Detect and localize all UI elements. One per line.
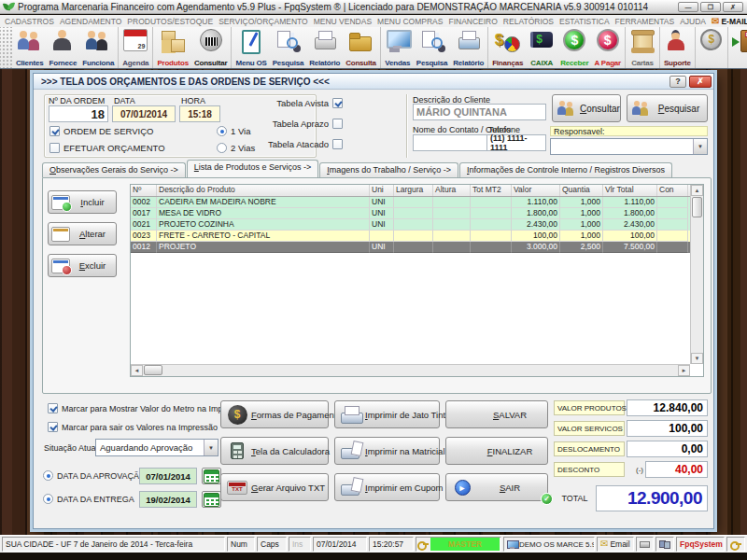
responsible-dropdown[interactable]: ▼ — [550, 138, 708, 155]
toolbar-relatorio[interactable]: Relatório — [306, 27, 343, 68]
toolbar-receber[interactable]: $Receber — [557, 27, 591, 68]
table-row[interactable]: 0023FRETE - CARRETO - CAPITAL100,001,000… — [131, 231, 690, 242]
current-status-dropdown[interactable]: Aguardando Aprovação ▼ — [95, 439, 218, 456]
toolbar-pesquisa[interactable]: Pesquisa — [414, 27, 451, 68]
column-header-largura[interactable]: Largura — [394, 185, 433, 196]
approval-date-radio[interactable] — [43, 470, 53, 481]
tab-informacoes-de-controle-interno-registros-diversos[interactable]: Informações de Controle Interno / Regist… — [459, 162, 672, 177]
column-header-tot-mt2[interactable]: Tot MT2 — [471, 185, 512, 196]
column-header-n[interactable]: Nº — [131, 185, 157, 196]
table-row[interactable]: 0017MESA DE VIDROUNI1.800,001,0001.800,0… — [131, 208, 690, 219]
wholesale-table-row[interactable]: Tabela Atacado — [233, 139, 343, 149]
column-header-uni[interactable]: Uni — [370, 185, 394, 196]
horizontal-scrollbar[interactable]: ◄ ► — [131, 364, 690, 376]
status-network[interactable] — [655, 537, 674, 552]
make-quote-checkbox[interactable] — [49, 143, 60, 153]
menu-produtos-estoque[interactable]: PRODUTOS/ESTOQUE — [127, 17, 213, 26]
status-email[interactable]: ✉ Email — [597, 537, 634, 552]
column-header-vlr-total[interactable]: Vlr Total — [603, 185, 657, 196]
approval-date-row[interactable]: DATA DA APROVAÇÃO — [43, 470, 146, 481]
sair-button[interactable]: ►SAIR — [445, 473, 548, 501]
search-button[interactable]: Pesquisar — [627, 94, 708, 122]
vertical-scrollbar[interactable]: ▲ ▼ — [690, 185, 703, 364]
toolbar-exit-door[interactable]: EXIT — [729, 27, 747, 68]
approval-date-field[interactable]: 07/01/2014 — [139, 468, 197, 484]
toolbar-financas[interactable]: Finanças — [489, 27, 526, 68]
order-time-field[interactable]: 15:18 — [179, 105, 220, 122]
toolbar-suporte[interactable]: Suporte — [661, 27, 694, 68]
horizontal-scroll-thumb[interactable] — [144, 365, 162, 375]
menu-menu-vendas[interactable]: MENU VENDAS — [314, 17, 372, 26]
menu-cadastros[interactable]: CADASTROS — [5, 17, 54, 26]
menu-financeiro[interactable]: FINANCEIRO — [448, 17, 497, 26]
tela-da-calculadora-button[interactable]: Tela da Calculadora — [220, 437, 329, 465]
toolbar-vendas[interactable]: Vendas — [382, 27, 414, 68]
column-header-altura[interactable]: Altura — [433, 185, 471, 196]
delivery-date-radio[interactable] — [43, 494, 53, 504]
toolbar-coin[interactable]: $ — [697, 27, 726, 68]
tab-observacoes-gerais-do-servico[interactable]: Observações Gerais do Serviço -> — [42, 162, 186, 177]
menu-menu-compras[interactable]: MENU COMPRAS — [377, 17, 443, 26]
toolbar-consultar[interactable]: Consultar — [191, 27, 231, 68]
approval-calendar-button[interactable] — [202, 468, 221, 484]
table-row[interactable]: 0012PROJETOUNI3.000,002,5007.500,00 — [131, 242, 690, 253]
client-field[interactable]: MÁRIO QUINTANA — [413, 104, 546, 120]
menu-e-mail[interactable]: ✉E-MAIL — [712, 17, 747, 26]
toolbar-produtos[interactable]: Produtos — [154, 27, 191, 68]
toolbar-a-pagar[interactable]: $A Pagar — [591, 27, 624, 68]
column-header-descricao-do-produto[interactable]: Descrição do Produto — [157, 185, 370, 196]
minimize-icon[interactable]: — — [678, 2, 698, 12]
menu-agendamento[interactable]: AGENDAMENTO — [60, 17, 121, 26]
toolbar-fornece[interactable]: Fornece — [47, 27, 80, 68]
scroll-left-icon[interactable]: ◄ — [131, 365, 143, 376]
order-date-field[interactable]: 07/01/2014 — [112, 105, 176, 122]
close-icon[interactable]: ✗ — [723, 2, 743, 12]
chevron-down-icon[interactable]: ▼ — [693, 139, 707, 154]
delivery-date-row[interactable]: DATA DA ENTREGA — [43, 494, 134, 504]
cash-table-checkbox[interactable] — [332, 98, 343, 108]
service-order-checkbox-row[interactable]: ORDEM DE SERVIÇO — [49, 126, 153, 136]
show-meter-value-row[interactable]: Marcar para Mostrar Valor do Metro na Im… — [48, 403, 247, 413]
formas-de-pagamento-button[interactable]: $Formas de Pagamento — [220, 400, 329, 428]
show-meter-value-checkbox[interactable] — [48, 403, 58, 413]
consult-button[interactable]: Consultar — [552, 94, 621, 122]
vertical-scroll-thumb[interactable] — [692, 197, 702, 217]
scroll-right-icon[interactable]: ► — [678, 365, 690, 376]
salvar-button[interactable]: SALVAR — [445, 400, 548, 428]
column-header-quantia[interactable]: Quantia — [560, 185, 603, 196]
phone-field[interactable]: (11) 1111-1111 — [486, 134, 546, 151]
menu-estatistica[interactable]: ESTATISTICA — [559, 17, 610, 26]
toolbar-cartas[interactable]: Cartas — [627, 27, 658, 68]
wholesale-table-checkbox[interactable] — [332, 139, 343, 149]
delivery-date-field[interactable]: 19/02/2014 — [139, 491, 197, 508]
tab-lista-de-produtos-e-servicos[interactable]: Lista de Produtos e Serviços -> — [187, 160, 318, 177]
toolbar-menu-os[interactable]: Menu OS — [233, 27, 269, 68]
column-header-valor[interactable]: Valor — [512, 185, 560, 196]
one-copy-radio[interactable] — [217, 126, 227, 136]
scroll-down-icon[interactable]: ▼ — [691, 353, 703, 364]
finalizar-button[interactable]: FINALIZAR — [445, 437, 548, 465]
scroll-up-icon[interactable]: ▲ — [691, 185, 703, 196]
excluir-button[interactable]: Excluir — [48, 254, 117, 277]
imprimir-de-jato-tinta-button[interactable]: Imprimir de Jato Tinta — [334, 400, 440, 428]
print-values-row[interactable]: Marcar para sair os Valores na Impressão — [48, 422, 218, 432]
make-quote-checkbox-row[interactable]: EFETUAR ORÇAMENTO — [49, 143, 165, 153]
toolbar-clientes[interactable]: Clientes — [13, 27, 47, 68]
toolbar-relatorio[interactable]: Relatório — [450, 27, 486, 68]
imprimir-em-cupom-button[interactable]: Imprimir em Cupom — [334, 473, 440, 501]
column-header-con[interactable]: Con — [657, 185, 688, 196]
help-icon[interactable]: ? — [669, 76, 686, 88]
status-printer[interactable] — [636, 537, 654, 552]
order-number-field[interactable]: 18 — [49, 105, 108, 122]
toolbar-pesquisa[interactable]: Pesquisa — [270, 27, 307, 68]
delivery-calendar-button[interactable] — [202, 491, 221, 508]
toolbar-funciona[interactable]: Funciona — [79, 27, 117, 68]
term-table-checkbox[interactable] — [332, 119, 343, 129]
restore-icon[interactable]: ❐ — [700, 2, 721, 12]
table-row[interactable]: 0002CADEIRA EM MADEIRA NOBREUNI1.110,001… — [131, 197, 690, 208]
chevron-down-icon[interactable]: ▼ — [204, 440, 218, 455]
menu-servico-orcamento[interactable]: SERVIÇO/ORÇAMENTO — [218, 17, 308, 26]
menu-ferramentas[interactable]: FERRAMENTAS — [615, 17, 675, 26]
toolbar-consulta[interactable]: Consulta — [343, 27, 379, 68]
service-order-checkbox[interactable] — [49, 126, 60, 136]
